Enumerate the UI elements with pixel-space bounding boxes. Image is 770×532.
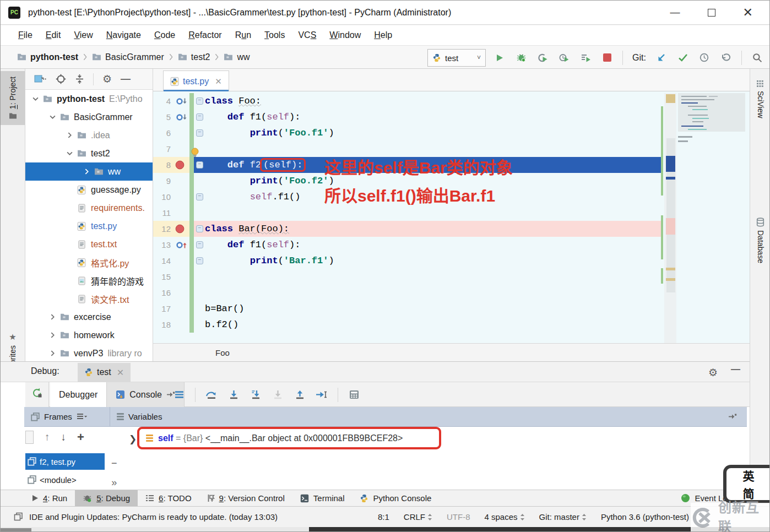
previous-frame-button[interactable]: ↑ [45,431,50,443]
chevron-down-icon[interactable] [63,150,75,156]
maximize-button[interactable] [708,9,715,17]
stop-icon[interactable] [601,52,613,64]
search-everywhere-icon[interactable] [751,52,763,64]
minimize-button[interactable]: — [670,7,680,18]
chevron-down-icon[interactable] [29,96,41,102]
more-watches-button[interactable]: » [111,477,117,488]
run-icon[interactable] [494,52,506,64]
code-editor[interactable]: 4−class Foo:5− def f1(self):6− print('Fo… [153,93,661,333]
fold-marker[interactable]: − [194,93,205,109]
frame-item[interactable]: <module> [25,471,105,488]
breadcrumb-item-python-test[interactable]: python-test [17,52,78,62]
run-with-coverage-icon[interactable] [558,52,570,64]
menu-item-help[interactable]: Help [368,28,398,42]
remove-watch-button[interactable]: − [111,458,117,469]
frames-scroll-thumb[interactable] [25,431,34,444]
status-item-crlf[interactable]: CRLF [404,512,432,522]
close-button[interactable]: ✕ [743,6,753,20]
code-text[interactable]: print('Foo.f1') [205,125,661,141]
menu-item-navigate[interactable]: Navigate [101,28,147,42]
updates-icon[interactable] [14,512,23,521]
next-frame-button[interactable]: ↓ [61,431,67,443]
code-text[interactable]: b.f2() [205,317,661,333]
tree-item-excercise[interactable]: excercise [25,308,153,326]
step-out-icon[interactable] [294,389,306,401]
debugger-tab-debugger[interactable]: Debugger [50,382,107,407]
tree-item-venvP3[interactable]: venvP3library ro [25,344,153,361]
chevron-right-icon[interactable] [80,169,93,175]
tree-item-requirements.[interactable]: requirements. [25,199,153,217]
menu-item-window[interactable]: Window [324,28,366,42]
tool-tab-python-console[interactable]: Python Console [352,490,439,507]
tree-item-BasicGrammer[interactable]: BasicGrammer [25,108,153,126]
debug-icon[interactable] [515,52,527,64]
commit-icon[interactable] [677,52,689,64]
chevron-right-icon[interactable] [46,350,58,356]
fold-marker[interactable]: − [194,237,205,253]
update-project-icon[interactable] [655,52,668,64]
force-step-into-icon[interactable] [250,389,262,401]
step-over-icon[interactable] [205,389,218,401]
code-text[interactable]: class Bar(Foo): [205,221,661,237]
chevron-right-icon[interactable] [46,314,58,320]
rollback-icon[interactable] [720,52,732,64]
tree-item-格式化.py[interactable]: 格式化.py [25,253,153,272]
rerun-button[interactable] [31,387,43,399]
run-configurations-icon[interactable] [579,52,592,64]
editor-scrollbar[interactable] [664,93,676,343]
show-execution-point-icon[interactable] [173,389,185,401]
code-text[interactable] [205,269,661,285]
profiler-icon[interactable] [536,52,549,64]
close-tab-icon[interactable]: ✕ [215,77,222,86]
editor-breadcrumb[interactable]: Foo [153,343,750,361]
tree-item-homework[interactable]: homework [25,326,153,344]
fold-marker[interactable]: − [194,125,205,141]
tree-item-test.txt[interactable]: test.txt [25,235,153,253]
menu-item-tools[interactable]: Tools [259,28,290,42]
code-text[interactable]: print('Bar.f1') [205,253,661,269]
fold-marker[interactable]: − [194,221,205,237]
frames-pane-header[interactable]: Frames [24,407,110,427]
breakpoint-icon[interactable] [175,221,189,237]
code-text[interactable]: def f1(self): [205,237,661,253]
tree-item-guessage.py[interactable]: guessage.py [25,181,153,199]
add-watch-button[interactable]: + [77,430,84,444]
variable-row[interactable]: self = {Bar} <__main__.Bar object at 0x0… [137,427,441,449]
tool-tab-5-debug[interactable]: 5: Debug [75,490,138,507]
menu-item-code[interactable]: Code [149,28,181,42]
status-item-python-3-6-python-test-[interactable]: Python 3.6 (python-test) [601,512,689,522]
close-session-icon[interactable]: ✕ [117,367,124,378]
tool-tab-terminal[interactable]: Terminal [292,490,353,507]
step-into-icon[interactable] [227,389,240,401]
tool-tab-sciview[interactable]: SciView [750,75,770,123]
locate-file-button[interactable] [56,74,66,84]
status-item-4-spaces[interactable]: 4 spaces [485,512,525,522]
breadcrumb-item-test2[interactable]: test2 [178,52,210,62]
frame-item[interactable]: f2, test.py [25,453,105,470]
step-out-block-icon[interactable] [272,389,284,401]
debug-settings-gear-icon[interactable]: ⚙ [708,366,718,379]
run-configuration-select[interactable]: test ˅ [427,49,486,67]
history-icon[interactable] [698,52,711,64]
view-mode-button[interactable] [34,74,47,84]
tool-tab-6-todo[interactable]: 6: TODO [138,490,199,507]
breadcrumb-item-ww[interactable]: ww [224,52,250,62]
collapse-all-button[interactable] [75,74,84,84]
tree-item-test.py[interactable]: test.py [25,217,153,235]
menu-item-refactor[interactable]: Refactor [183,28,227,42]
menu-item-run[interactable]: Run [230,28,257,42]
tree-item-test2[interactable]: test2 [25,144,153,162]
chevron-right-icon[interactable] [63,132,75,138]
gear-icon[interactable]: ⚙ [102,73,112,85]
run-to-cursor-icon[interactable] [316,389,328,401]
code-text[interactable] [205,205,661,221]
code-text[interactable]: class Foo: [205,93,661,109]
editor-tab-testpy[interactable]: test.py ✕ [163,70,229,91]
chevron-right-icon[interactable] [46,332,58,338]
tree-item-读文件.txt[interactable]: 读文件.txt [25,290,153,308]
breadcrumb-item-BasicGrammer[interactable]: BasicGrammer [92,52,164,62]
pin-icon[interactable] [728,413,737,420]
tree-item-猜年龄的游戏[interactable]: 猜年龄的游戏 [25,272,153,290]
code-text[interactable]: def f1(self): [205,109,661,125]
status-item-utf-8[interactable]: UTF-8 [447,512,470,522]
